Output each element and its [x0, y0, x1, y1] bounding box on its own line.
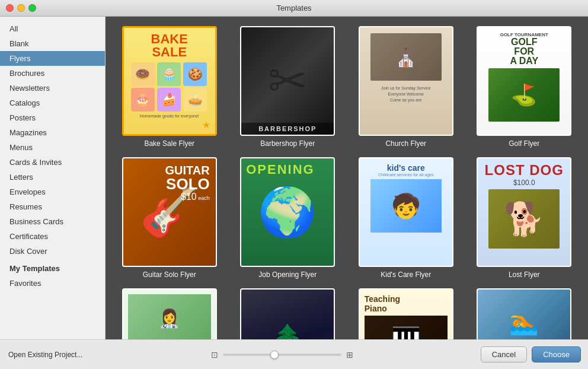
- template-thumb-job-opening: OPENING 🌍: [240, 157, 335, 267]
- sidebar-item-posters[interactable]: Posters: [0, 110, 105, 125]
- sidebar-item-my-templates[interactable]: My Templates: [0, 261, 105, 276]
- template-item-guitar-solo[interactable]: 🎸 GUITAR SOLO $10 each Guitar Solo Flyer: [115, 157, 224, 279]
- template-thumb-guitar-solo: 🎸 GUITAR SOLO $10 each: [122, 157, 217, 267]
- sidebar-item-envelopes[interactable]: Envelopes: [0, 184, 105, 199]
- template-item-barbershop[interactable]: ✂ BARBERSHOP Barbershop Flyer: [234, 26, 343, 148]
- template-label-job-opening: Job Opening Flyer: [258, 271, 317, 279]
- window-controls: [6, 4, 36, 12]
- template-thumb-bake-sale: Bake Sale 🍩 🧁 🍪 🎂 🍰 🥧 Homemade goods for…: [122, 26, 217, 136]
- template-label-kids-care: Kid's Care Flyer: [381, 271, 431, 279]
- open-existing-button[interactable]: Open Existing Project...: [7, 349, 84, 360]
- sidebar-item-resumes[interactable]: Resumes: [0, 199, 105, 214]
- sidebar-item-certificates[interactable]: Certificates: [0, 229, 105, 244]
- bottom-actions: Cancel Choose: [481, 346, 581, 362]
- size-slider-thumb: [270, 351, 279, 359]
- size-controls: ⊡ ⊞: [211, 350, 353, 360]
- template-item-kids-care[interactable]: kid's care Childcare services for all ag…: [351, 157, 461, 279]
- sidebar-item-menus[interactable]: Menus: [0, 140, 105, 155]
- template-label-bake-sale: Bake Sale Flyer: [144, 139, 194, 148]
- template-label-church: Church Flyer: [385, 139, 426, 148]
- template-label-barbershop: Barbershop Flyer: [260, 139, 315, 148]
- sidebar-item-flyers[interactable]: Flyers: [0, 51, 105, 66]
- template-thumb-barbershop: ✂ BARBERSHOP: [240, 26, 335, 136]
- template-item-nursing[interactable]: 👩‍⚕️ East Street & Nursing Homes Profess…: [115, 288, 224, 339]
- close-button[interactable]: [6, 4, 14, 12]
- template-item-bake-sale[interactable]: Bake Sale 🍩 🧁 🍪 🎂 🍰 🥧 Homemade goods for…: [115, 26, 224, 148]
- template-item-lost[interactable]: LOST DOG $100.0 🐕 Lost Flyer: [470, 157, 579, 279]
- template-thumb-piano: TeachingPiano 🎹 Lessons available for al…: [359, 288, 453, 339]
- template-thumb-modern-art: 🏊 Gorgeous Modern Apt For Rent Beautiful…: [477, 288, 571, 339]
- bottom-left: Open Existing Project...: [7, 349, 84, 360]
- template-thumb-nursing: 👩‍⚕️ East Street & Nursing Homes Profess…: [122, 288, 217, 339]
- sidebar-item-magazines[interactable]: Magazines: [0, 125, 105, 140]
- template-item-piano[interactable]: TeachingPiano 🎹 Lessons available for al…: [351, 288, 461, 339]
- maximize-button[interactable]: [28, 4, 36, 12]
- template-thumb-lost: LOST DOG $100.0 🐕: [477, 157, 571, 267]
- template-thumb-kids-care: kid's care Childcare services for all ag…: [359, 157, 453, 267]
- sidebar: AllBlankFlyersBrochuresNewslettersCatalo…: [0, 17, 106, 339]
- template-thumb-golf: GOLF TOURNAMENT GOLFFORA DAY ⛳: [477, 26, 571, 136]
- sidebar-item-favorites[interactable]: Favorites: [0, 276, 105, 291]
- minimize-button[interactable]: [17, 4, 25, 12]
- template-item-church[interactable]: ⛪ Join us for Sunday ServiceEveryone Wel…: [351, 26, 461, 148]
- template-thumb-church: ⛪ Join us for Sunday ServiceEveryone Wel…: [359, 26, 453, 136]
- window-title: Templates: [276, 4, 311, 12]
- star-icon: ★: [202, 119, 210, 131]
- template-item-modern-art[interactable]: 🏊 Gorgeous Modern Apt For Rent Beautiful…: [470, 288, 579, 339]
- choose-button[interactable]: Choose: [532, 346, 581, 362]
- template-item-job-opening[interactable]: OPENING 🌍 Job Opening Flyer: [234, 157, 343, 279]
- template-grid: Bake Sale 🍩 🧁 🍪 🎂 🍰 🥧 Homemade goods for…: [115, 26, 579, 339]
- template-item-photo-exhibition[interactable]: 🌲 PHOTOEXHIBITION Gallery opening event …: [234, 288, 343, 339]
- bottom-bar: Open Existing Project... ⊡ ⊞ Cancel Choo…: [0, 339, 588, 369]
- template-label-golf: Golf Flyer: [509, 139, 539, 148]
- cancel-button[interactable]: Cancel: [481, 346, 527, 362]
- sidebar-item-cards-invites[interactable]: Cards & Invites: [0, 155, 105, 170]
- content-area: Bake Sale 🍩 🧁 🍪 🎂 🍰 🥧 Homemade goods for…: [106, 17, 588, 339]
- template-thumb-photo-exhibition: 🌲 PHOTOEXHIBITION Gallery opening event: [240, 288, 335, 339]
- sidebar-item-disk-cover[interactable]: Disk Cover: [0, 244, 105, 259]
- template-label-guitar-solo: Guitar Solo Flyer: [143, 271, 196, 279]
- template-item-golf[interactable]: GOLF TOURNAMENT GOLFFORA DAY ⛳ Golf Flye…: [470, 26, 579, 148]
- title-bar: Templates: [0, 0, 588, 17]
- large-size-icon: ⊞: [346, 350, 353, 360]
- sidebar-item-catalogs[interactable]: Catalogs: [0, 96, 105, 110]
- main-layout: AllBlankFlyersBrochuresNewslettersCatalo…: [0, 17, 588, 339]
- size-slider[interactable]: [223, 354, 341, 356]
- sidebar-item-letters[interactable]: Letters: [0, 170, 105, 184]
- template-label-lost: Lost Flyer: [509, 271, 540, 279]
- sidebar-item-business-cards[interactable]: Business Cards: [0, 214, 105, 229]
- sidebar-item-all[interactable]: All: [0, 21, 105, 36]
- sidebar-item-newsletters[interactable]: Newsletters: [0, 81, 105, 96]
- small-size-icon: ⊡: [211, 350, 218, 360]
- sidebar-item-blank[interactable]: Blank: [0, 36, 105, 51]
- sidebar-item-brochures[interactable]: Brochures: [0, 66, 105, 81]
